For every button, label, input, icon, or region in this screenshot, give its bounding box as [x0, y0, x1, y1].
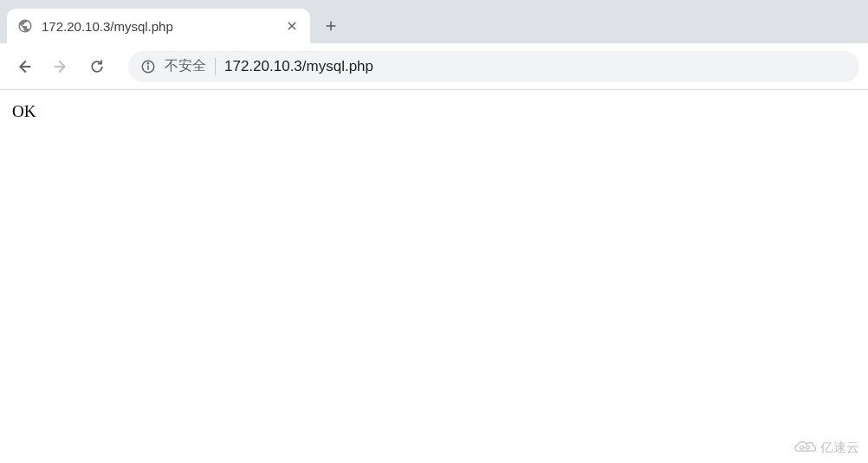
browser-toolbar: 不安全 172.20.10.3/mysql.php — [0, 43, 868, 90]
watermark-text: 亿速云 — [820, 440, 859, 456]
browser-tab[interactable]: 172.20.10.3/mysql.php — [7, 9, 310, 43]
cloud-icon — [793, 439, 817, 456]
svg-point-9 — [800, 446, 803, 449]
tab-bar: 172.20.10.3/mysql.php — [0, 0, 868, 43]
reload-button[interactable] — [81, 51, 113, 82]
close-icon[interactable] — [284, 18, 300, 34]
globe-icon — [17, 18, 33, 34]
page-text: OK — [12, 102, 36, 120]
svg-point-8 — [147, 62, 148, 63]
address-bar[interactable]: 不安全 172.20.10.3/mysql.php — [128, 51, 859, 82]
address-divider — [215, 58, 216, 75]
new-tab-button[interactable] — [317, 12, 345, 40]
security-label: 不安全 — [165, 57, 206, 75]
svg-point-10 — [806, 446, 809, 449]
forward-button[interactable] — [45, 51, 76, 82]
info-icon[interactable] — [140, 59, 156, 74]
tab-title: 172.20.10.3/mysql.php — [42, 19, 275, 34]
page-body: OK — [0, 90, 868, 133]
back-button[interactable] — [9, 51, 40, 82]
watermark: 亿速云 — [793, 439, 859, 456]
address-url: 172.20.10.3/mysql.php — [224, 58, 847, 75]
